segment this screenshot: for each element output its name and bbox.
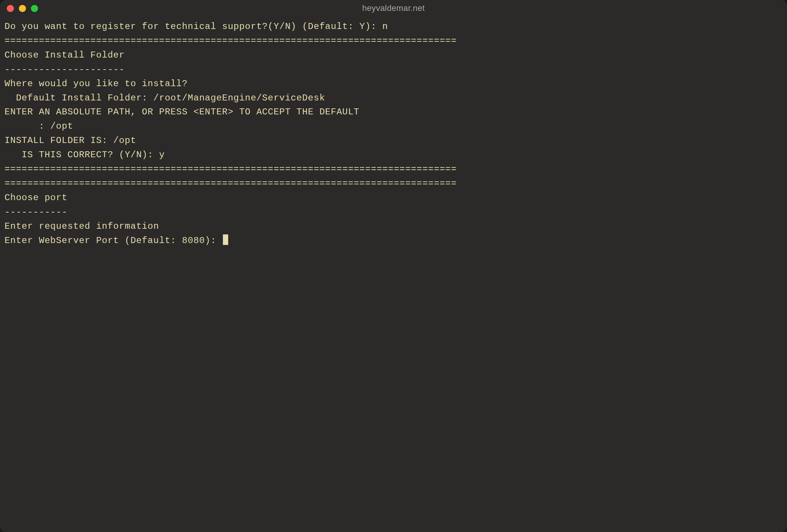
terminal-line: ========================================… (5, 162, 782, 176)
terminal-body[interactable]: Do you want to register for technical su… (0, 17, 787, 532)
terminal-line: Choose Install Folder (5, 48, 782, 62)
terminal-line: IS THIS CORRECT? (Y/N): y (5, 148, 782, 162)
terminal-line: --------------------- (5, 62, 782, 77)
terminal-line: ========================================… (5, 34, 782, 48)
traffic-lights (7, 5, 38, 12)
terminal-line: ----------- (5, 205, 782, 219)
terminal-window: heyvaldemar.net Do you want to register … (0, 0, 787, 532)
title-bar: heyvaldemar.net (0, 0, 787, 17)
terminal-line: ========================================… (5, 176, 782, 191)
terminal-line: Do you want to register for technical su… (5, 20, 782, 34)
window-title: heyvaldemar.net (362, 3, 425, 13)
close-icon[interactable] (7, 5, 14, 12)
maximize-icon[interactable] (31, 5, 38, 12)
terminal-line: : /opt (5, 119, 782, 134)
terminal-line: ENTER AN ABSOLUTE PATH, OR PRESS <ENTER>… (5, 105, 782, 119)
terminal-line: Choose port (5, 191, 782, 205)
cursor-icon (223, 234, 228, 245)
terminal-line: Enter requested information (5, 219, 782, 234)
terminal-line: INSTALL FOLDER IS: /opt (5, 134, 782, 148)
terminal-prompt-text: Enter WebServer Port (Default: 8080): (5, 236, 222, 246)
minimize-icon[interactable] (19, 5, 26, 12)
terminal-line: Default Install Folder: /root/ManageEngi… (5, 91, 782, 105)
terminal-line: Enter WebServer Port (Default: 8080): (5, 234, 782, 248)
terminal-line: Where would you like to install? (5, 77, 782, 91)
